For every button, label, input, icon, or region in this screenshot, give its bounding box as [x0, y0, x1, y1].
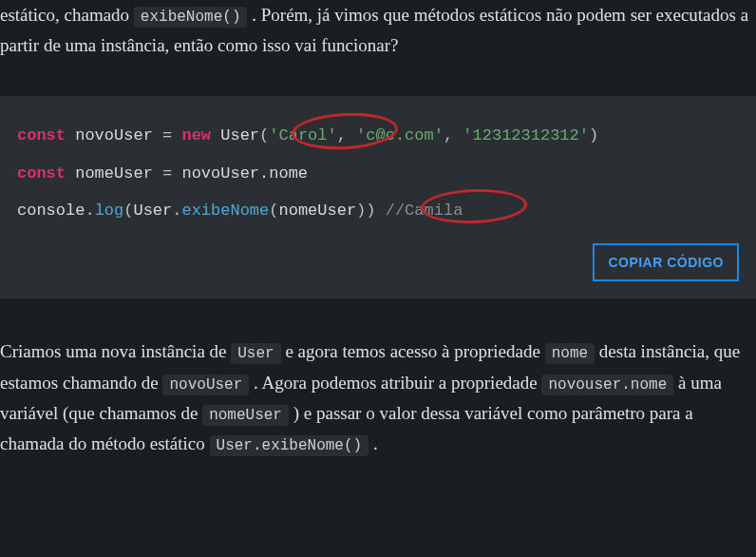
token-lparen: (: [269, 202, 278, 220]
inline-code-novoUser: novoUser: [162, 375, 249, 395]
paragraph-intro: estático, chamado exibeNome() . Porém, j…: [0, 0, 756, 69]
token-comment: //Camila: [376, 202, 463, 220]
text: estático, chamado: [0, 5, 134, 25]
token-keyword: const: [17, 164, 66, 182]
token-lparen: (: [123, 202, 133, 220]
inline-code-user-exibeNome: User.exibeNome(): [210, 435, 369, 456]
token-rparen: ): [589, 126, 598, 144]
inline-code-exibeNome: exibeNome(): [134, 7, 248, 28]
copy-code-button[interactable]: COPIAR CÓDIGO: [593, 243, 739, 281]
token-keyword: const: [17, 126, 66, 144]
inline-code-novouser-nome: novouser.nome: [541, 375, 673, 395]
token-console: console: [17, 202, 85, 220]
token-lparen: (: [259, 126, 269, 144]
article-content: estático, chamado exibeNome() . Porém, j…: [0, 0, 756, 468]
inline-code-nomeUser: nomeUser: [202, 405, 289, 426]
text: .: [373, 433, 378, 453]
token-expr: novoUser.nome: [181, 164, 308, 182]
inline-code-nome: nome: [545, 343, 595, 364]
code-block: const novoUser = new User('Carol', 'c@c.…: [17, 117, 739, 231]
code-block-container: const novoUser = new User('Carol', 'c@c.…: [0, 96, 756, 299]
token-ident: nomeUser: [75, 164, 153, 182]
token-eq: =: [162, 164, 172, 182]
token-comma: ,: [444, 126, 453, 144]
text: . Agora podemos atribuir a propriedade: [254, 373, 541, 393]
inline-code-user: User: [231, 343, 280, 364]
paragraph-explain: Criamos uma nova instância de User e ago…: [0, 336, 756, 467]
token-comma: ,: [337, 126, 347, 144]
token-new: new: [181, 126, 211, 144]
token-method: log: [95, 202, 124, 220]
token-class: User: [133, 202, 172, 220]
token-method: exibeNome: [181, 202, 269, 220]
token-dot: .: [172, 202, 181, 220]
text: Criamos uma nova instância de: [0, 341, 231, 361]
token-string: 'c@c.com': [356, 126, 444, 144]
token-string: '12312312312': [463, 126, 589, 144]
token-dot: .: [85, 202, 94, 220]
token-rparen: ): [366, 202, 375, 220]
token-eq: =: [162, 126, 172, 144]
token-arg: nomeUser: [278, 202, 356, 220]
token-string: 'Carol': [269, 126, 336, 144]
token-rparen: ): [356, 202, 366, 220]
token-class: User: [220, 126, 259, 144]
token-ident: novoUser: [75, 126, 153, 144]
text: e agora temos acesso à propriedade: [285, 341, 544, 361]
